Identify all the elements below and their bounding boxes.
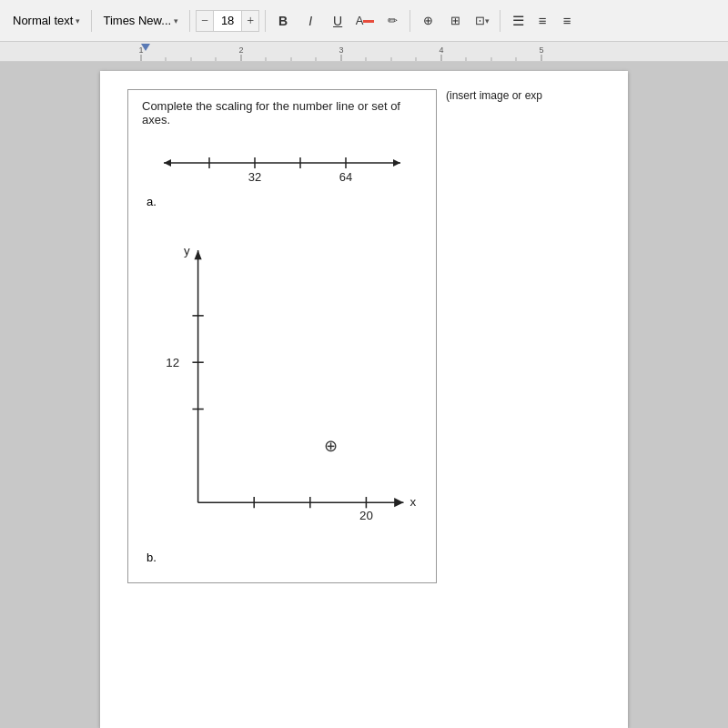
axes-svg: y x 12 20 <box>142 236 422 545</box>
align-buttons: ☰ ≡ ≡ <box>506 9 579 33</box>
svg-text:1: 1 <box>138 46 143 55</box>
part-a-label: a. <box>142 195 422 208</box>
underline-button[interactable]: U <box>326 9 349 33</box>
bold-button[interactable]: B <box>271 9 295 33</box>
ruler: 1 2 3 4 5 <box>0 42 728 62</box>
align-center-button[interactable]: ≡ <box>531 9 554 33</box>
part-b-section: y x 12 20 ⊕ b. <box>142 227 422 573</box>
svg-text:x: x <box>410 495 416 509</box>
part-b-label: b. <box>142 551 422 564</box>
part-a-section: 32 64 a. <box>142 136 422 227</box>
table-icon: ⊡ <box>475 14 485 27</box>
image-button[interactable]: ⊞ <box>443 9 467 33</box>
image-icon: ⊞ <box>450 14 460 27</box>
align-right-button[interactable]: ≡ <box>555 9 579 33</box>
svg-marker-23 <box>164 159 171 167</box>
svg-text:3: 3 <box>339 46 343 55</box>
sep1 <box>91 10 92 32</box>
toolbar: Normal text ▾ Times New... ▾ − 18 + B I … <box>0 0 728 42</box>
svg-marker-24 <box>393 159 400 167</box>
font-dropdown[interactable]: Times New... ▾ <box>97 11 184 30</box>
style-dropdown[interactable]: Normal text ▾ <box>7 11 86 30</box>
right-note: (insert image or exp <box>446 89 542 102</box>
svg-text:32: 32 <box>248 170 261 184</box>
font-label: Times New... <box>103 14 171 27</box>
svg-text:4: 4 <box>439 46 443 55</box>
align-center-icon: ≡ <box>539 13 547 28</box>
svg-text:5: 5 <box>539 46 543 55</box>
left-panel: Complete the scaling for the number line… <box>127 89 437 583</box>
svg-text:64: 64 <box>339 170 352 184</box>
style-label: Normal text <box>13 14 73 27</box>
document-page: Complete the scaling for the number line… <box>100 71 628 728</box>
right-panel: (insert image or exp <box>437 89 542 583</box>
table-caret: ▾ <box>485 16 490 25</box>
font-color-button[interactable]: A <box>353 9 377 33</box>
page-area: Complete the scaling for the number line… <box>0 62 728 728</box>
sep3 <box>265 10 266 32</box>
link-icon: ⊕ <box>423 14 433 27</box>
pencil-button[interactable]: ✏ <box>380 9 404 33</box>
sep4 <box>410 10 410 32</box>
align-left-icon: ☰ <box>512 13 524 29</box>
font-color-icon: A <box>356 14 364 27</box>
content-area: Complete the scaling for the number line… <box>127 89 601 583</box>
font-color-indicator <box>363 20 374 23</box>
pencil-icon: ✏ <box>388 14 398 27</box>
font-size-increase[interactable]: + <box>241 10 259 32</box>
font-size-value[interactable]: 18 <box>214 10 241 32</box>
align-left-button[interactable]: ☰ <box>506 9 530 33</box>
table-button[interactable]: ⊡ ▾ <box>470 9 494 33</box>
svg-marker-32 <box>194 250 201 259</box>
align-right-icon: ≡ <box>563 13 571 28</box>
style-caret: ▾ <box>76 16 80 25</box>
svg-text:2: 2 <box>238 46 243 55</box>
link-button[interactable]: ⊕ <box>416 9 440 33</box>
font-caret: ▾ <box>174 16 178 25</box>
svg-text:12: 12 <box>166 356 179 369</box>
instruction-text: Complete the scaling for the number line… <box>142 99 422 126</box>
font-size-box: − 18 + <box>196 10 259 32</box>
svg-text:20: 20 <box>359 509 373 522</box>
font-size-decrease[interactable]: − <box>196 10 214 32</box>
number-line-svg: 32 64 <box>142 145 422 190</box>
svg-text:y: y <box>184 244 190 258</box>
sep5 <box>500 10 500 32</box>
italic-button[interactable]: I <box>298 9 322 33</box>
move-cursor-icon: ⊕ <box>324 436 338 456</box>
svg-marker-34 <box>394 498 403 507</box>
sep2 <box>189 10 190 32</box>
number-line-container: 32 64 <box>142 145 422 190</box>
